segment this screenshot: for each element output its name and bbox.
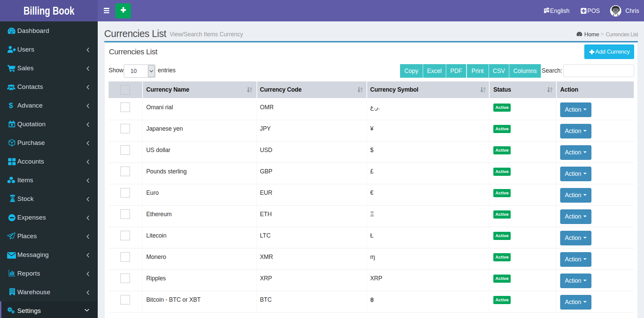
- svg-text:A: A: [547, 8, 549, 12]
